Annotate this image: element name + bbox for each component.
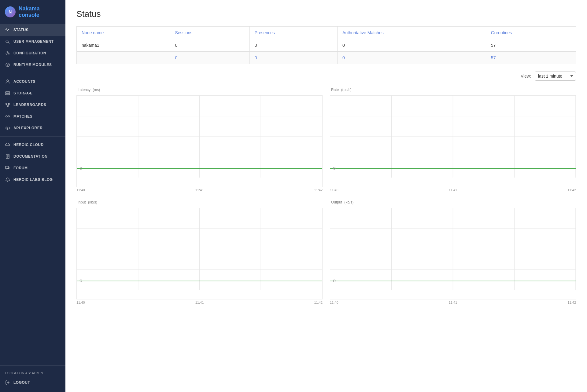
sidebar-item-user-management[interactable]: USER MANAGEMENT (0, 36, 65, 47)
sidebar-item-leaderboards[interactable]: LEADERBOARDS (0, 99, 65, 111)
logged-in-label: LOGGED IN AS: ADMIN (0, 369, 65, 377)
input-x-label-2: 11:42 (314, 301, 323, 304)
svg-text:0: 0 (333, 279, 336, 283)
nav-divider-1 (0, 73, 65, 73)
latency-x-label-1: 11:41 (195, 188, 204, 192)
forum-icon (5, 165, 10, 171)
col-header-sessions: Sessions (170, 27, 249, 39)
table-header-row: Node name Sessions Presences Authoritati… (77, 27, 576, 39)
output-x-axis: 11:40 11:41 11:42 (330, 299, 576, 304)
trophy-icon (5, 102, 10, 108)
sidebar-item-heroic-cloud[interactable]: HEROIC CLOUD (0, 139, 65, 151)
svg-point-12 (6, 116, 7, 117)
col-header-auth-matches: Authoritative Matches (338, 27, 486, 39)
cell-node-name: nakama1 (77, 39, 170, 52)
output-chart-title: Output (kb/s) (330, 199, 576, 205)
sidebar-item-heroic-labs-blog[interactable]: HEROIC LABS BLOG (0, 174, 65, 185)
bell-icon (5, 177, 10, 182)
logout-button[interactable]: LOGOUT (0, 377, 65, 388)
cloud-icon (5, 142, 10, 148)
latency-x-label-2: 11:42 (314, 188, 323, 192)
view-select[interactable]: last 1 minute last 5 minutes last 15 min… (535, 71, 576, 81)
svg-point-2 (7, 53, 9, 54)
sidebar-item-status[interactable]: STATUS (0, 24, 65, 36)
cell-presences: 0 (249, 39, 337, 52)
rate-chart: Rate (rpc/s) 0 11:40 11:41 11:42 (330, 87, 576, 192)
svg-point-0 (6, 40, 8, 42)
latency-chart-area: 0 (76, 95, 323, 187)
rate-x-label-0: 11:40 (330, 188, 338, 192)
sidebar-item-matches[interactable]: MATCHES (0, 111, 65, 122)
cell-auth-matches: 0 (338, 39, 486, 52)
key-icon (5, 39, 10, 44)
input-chart-title: Input (kb/s) (76, 199, 323, 205)
output-x-label-0: 11:40 (330, 301, 338, 304)
sidebar-item-runtime-modules[interactable]: RUNTIME MODULES (0, 59, 65, 71)
doc-icon (5, 154, 10, 159)
svg-point-9 (9, 94, 9, 94)
output-chart: Output (kb/s) 0 11:40 11:41 11:42 (330, 199, 576, 304)
page-title: Status (76, 9, 576, 19)
cell-totals-label (77, 52, 170, 64)
svg-point-8 (9, 92, 9, 93)
cell-total-sessions: 0 (170, 52, 249, 64)
cell-total-presences: 0 (249, 52, 337, 64)
rate-x-label-2: 11:42 (567, 188, 576, 192)
latency-chart: Latency (ms) 0 (76, 87, 323, 192)
storage-icon (5, 90, 10, 96)
sidebar-item-api-explorer[interactable]: API EXPLORER (0, 122, 65, 134)
cell-goroutines: 57 (486, 39, 576, 52)
latency-chart-title: Latency (ms) (76, 87, 323, 92)
table-row: nakama1 0 0 0 57 (77, 39, 576, 52)
logo-area: N Nakama console (0, 0, 65, 24)
col-header-node-name: Node name (77, 27, 170, 39)
sidebar: N Nakama console STATUS USER MANAGEMENT (0, 0, 65, 392)
sidebar-item-configuration[interactable]: CONFIGURATION (0, 47, 65, 59)
logo-icon: N (5, 6, 16, 17)
sidebar-item-storage[interactable]: STORAGE (0, 87, 65, 99)
nav-divider-2 (0, 136, 65, 137)
input-x-label-1: 11:41 (195, 301, 204, 304)
svg-point-13 (8, 116, 10, 117)
svg-point-3 (6, 63, 9, 67)
svg-text:0: 0 (79, 279, 82, 283)
view-label: View: (521, 74, 531, 79)
svg-point-4 (7, 64, 8, 65)
matches-icon (5, 114, 10, 119)
rate-chart-area: 0 (330, 95, 576, 187)
activity-icon (5, 27, 10, 33)
user-icon (5, 79, 10, 84)
sidebar-bottom: LOGGED IN AS: ADMIN LOGOUT (0, 365, 65, 392)
svg-rect-20 (6, 166, 9, 169)
input-chart-area: 0 (76, 208, 323, 299)
cell-sessions: 0 (170, 39, 249, 52)
latency-x-axis: 11:40 11:41 11:42 (76, 187, 323, 192)
charts-grid: Latency (ms) 0 (76, 87, 576, 304)
output-x-label-1: 11:41 (449, 301, 457, 304)
col-header-goroutines: Goroutines (486, 27, 576, 39)
input-x-axis: 11:40 11:41 11:42 (76, 299, 323, 304)
output-chart-area: 0 (330, 208, 576, 299)
circle-icon (5, 62, 10, 68)
svg-text:0: 0 (79, 167, 82, 170)
logo-text: Nakama console (19, 5, 61, 18)
gear-icon (5, 50, 10, 56)
logout-icon (5, 380, 10, 385)
rate-x-axis: 11:40 11:41 11:42 (330, 187, 576, 192)
cell-total-goroutines: 57 (486, 52, 576, 64)
sidebar-item-accounts[interactable]: ACCOUNTS (0, 76, 65, 87)
output-x-label-2: 11:42 (567, 301, 576, 304)
sidebar-item-forum[interactable]: FORUM (0, 162, 65, 174)
table-totals-row: 0 0 0 57 (77, 52, 576, 64)
rate-chart-title: Rate (rpc/s) (330, 87, 576, 92)
col-header-presences: Presences (249, 27, 337, 39)
code-icon (5, 125, 10, 131)
svg-line-15 (7, 126, 8, 130)
view-selector-row: View: last 1 minute last 5 minutes last … (76, 71, 576, 81)
svg-line-1 (8, 42, 10, 43)
latency-x-label-0: 11:40 (76, 188, 85, 192)
sidebar-item-documentation[interactable]: DOCUMENTATION (0, 151, 65, 162)
input-x-label-0: 11:40 (76, 301, 85, 304)
cell-total-auth-matches: 0 (338, 52, 486, 64)
svg-text:0: 0 (333, 167, 336, 170)
